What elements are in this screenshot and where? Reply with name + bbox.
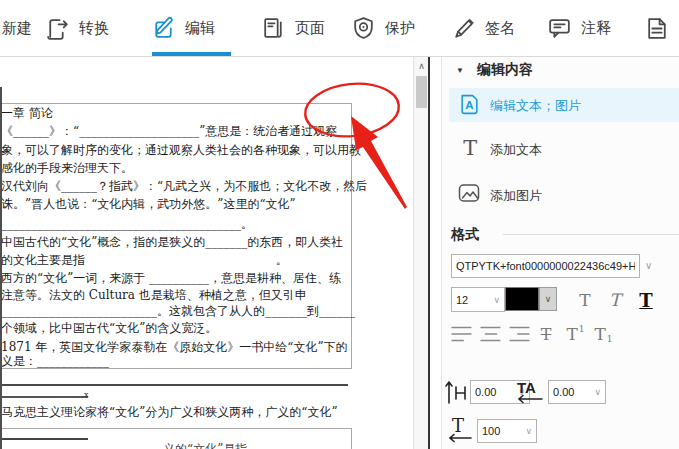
page-left-edge xyxy=(0,87,2,449)
tab-new-label: 新建 xyxy=(2,19,32,38)
collapse-triangle-icon[interactable]: ▼ xyxy=(456,66,464,75)
tab-new[interactable]: 新建 xyxy=(2,0,46,56)
edit-text-icon: A xyxy=(458,93,481,116)
char-spacing-chevron-icon: ∨ xyxy=(594,387,601,397)
font-family-value: QTPYTK+font0000000022436c49+Ho xyxy=(456,260,635,272)
edit-icon xyxy=(150,15,177,42)
tab-page[interactable]: 页面 xyxy=(260,0,332,56)
scroll-up-button[interactable]: ∧ xyxy=(414,59,429,73)
format-rule xyxy=(503,234,679,235)
tab-form[interactable]: 表 xyxy=(644,0,679,56)
subscript-digit: 1 xyxy=(607,334,613,344)
format-section-title: 格式 xyxy=(451,226,479,244)
svg-text:T: T xyxy=(452,415,464,436)
horizontal-scale-input[interactable]: 100 ∨ xyxy=(477,419,537,443)
tab-protect[interactable]: 保护 xyxy=(350,0,426,56)
document-canvas: 一章 简论 《______》：“____________________”意思是… xyxy=(0,57,413,449)
line-spacing-value: 0.00 xyxy=(475,386,496,398)
scrollbar-thumb[interactable] xyxy=(416,76,427,108)
sidebar-item-edit-text-label: 编辑文本；图片 xyxy=(490,97,581,115)
main-toolbar: 新建 转换 编辑 页面 保护 签名 xyxy=(0,0,679,57)
red-ellipse-annotation[interactable] xyxy=(303,79,402,141)
vertical-scrollbar[interactable]: ∧ xyxy=(413,57,429,449)
underline-button[interactable]: T xyxy=(633,287,659,313)
horizontal-scale-chevron-icon: ∨ xyxy=(525,426,532,436)
char-spacing-value: 0.00 xyxy=(553,386,574,398)
strikethrough-button[interactable]: T xyxy=(533,321,559,347)
subscript-t: T xyxy=(594,324,605,344)
italic-button[interactable]: T xyxy=(602,287,628,313)
sidebar-item-add-image-label: 添加图片 xyxy=(490,187,542,205)
form-page-icon xyxy=(644,15,671,42)
convert-icon xyxy=(44,15,71,42)
panel-divider[interactable] xyxy=(428,57,430,449)
add-text-icon: T xyxy=(459,136,482,159)
tab-convert-label: 转换 xyxy=(79,19,109,38)
protect-icon xyxy=(350,15,377,42)
horizontal-scale-icon: T xyxy=(447,414,475,446)
add-image-icon xyxy=(457,181,481,205)
font-size-chevron-icon: ∨ xyxy=(493,295,500,305)
sign-icon xyxy=(450,15,477,42)
bold-button[interactable]: T xyxy=(572,287,598,313)
tab-convert[interactable]: 转换 xyxy=(44,0,116,56)
svg-text:TA: TA xyxy=(517,379,536,396)
comment-icon xyxy=(546,15,573,42)
superscript-button[interactable]: T1 xyxy=(563,321,587,347)
line-spacing-icon xyxy=(444,376,469,408)
font-size-value: 12 xyxy=(456,294,468,306)
char-spacing-input[interactable]: 0.00 ∨ xyxy=(548,380,606,404)
subscript-button[interactable]: T1 xyxy=(591,321,615,347)
svg-text:A: A xyxy=(465,99,473,111)
tab-edit-label: 编辑 xyxy=(185,19,215,38)
align-center-button[interactable] xyxy=(478,322,504,346)
sidebar-item-add-text-label: 添加文本 xyxy=(490,141,542,159)
horizontal-scale-value: 100 xyxy=(482,425,500,437)
superscript-t: T xyxy=(566,324,577,344)
font-family-select[interactable]: QTPYTK+font0000000022436c49+Ho xyxy=(451,254,640,278)
tab-page-label: 页面 xyxy=(295,19,325,38)
font-size-select[interactable]: 12 ∨ xyxy=(451,287,505,312)
svg-text:T: T xyxy=(463,136,477,159)
superscript-digit: 1 xyxy=(579,324,585,334)
align-left-button[interactable] xyxy=(449,322,475,346)
sidebar-item-add-text[interactable] xyxy=(449,132,679,166)
tab-sign-label: 签名 xyxy=(485,19,515,38)
panel-title: 编辑内容 xyxy=(477,61,533,79)
tab-comment[interactable]: 注释 xyxy=(546,0,622,56)
char-spacing-icon: TA xyxy=(516,376,546,408)
tab-protect-label: 保护 xyxy=(385,19,415,38)
tab-sign[interactable]: 签名 xyxy=(450,0,522,56)
align-right-button[interactable] xyxy=(506,322,532,346)
tab-edit[interactable]: 编辑 xyxy=(150,0,235,56)
font-color-swatch[interactable] xyxy=(505,287,539,311)
tab-comment-label: 注释 xyxy=(581,19,611,38)
sidebar-item-add-image[interactable] xyxy=(449,176,679,210)
font-family-chevron-icon[interactable]: ∨ xyxy=(645,260,652,271)
font-color-chevron[interactable]: ∨ xyxy=(539,287,557,311)
annotation-layer xyxy=(0,57,413,449)
pages-icon xyxy=(260,15,287,42)
